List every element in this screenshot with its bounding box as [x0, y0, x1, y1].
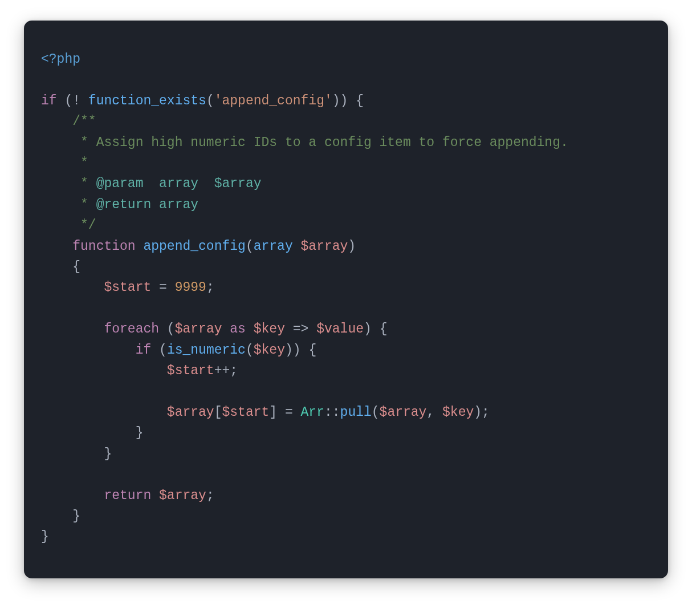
op-arrow: =>: [285, 322, 316, 337]
doc-star: *: [72, 156, 88, 171]
paren-open: (: [246, 239, 254, 254]
semi: ;: [206, 488, 214, 503]
paren-close: ): [474, 405, 482, 420]
brace-open: {: [308, 343, 316, 358]
semi: ;: [482, 405, 490, 420]
fn-append-config: append_config: [143, 239, 245, 254]
space: [159, 322, 167, 337]
fn-pull: pull: [340, 405, 372, 420]
space: [198, 176, 214, 191]
var-start: $start: [222, 405, 269, 420]
indent: [41, 488, 104, 503]
indent: [41, 260, 72, 274]
paren-open: (: [64, 94, 72, 108]
semi: ;: [206, 280, 214, 295]
doc-type-array: array: [159, 176, 198, 191]
paren-open: (: [206, 94, 214, 108]
doc-param-tag: @param: [96, 176, 144, 191]
doc-star: *: [72, 197, 88, 212]
var-key: $key: [442, 405, 474, 420]
brace-close: }: [104, 447, 112, 461]
paren-close: ): [285, 343, 293, 358]
indent: [41, 239, 72, 254]
paren-close: ): [293, 343, 301, 358]
space: [88, 197, 96, 212]
kw-if: if: [41, 94, 57, 108]
paren-close: ): [348, 239, 356, 254]
indent: [41, 135, 72, 150]
paren-open: (: [167, 322, 175, 337]
op-not: !: [72, 94, 88, 108]
indent: [41, 405, 167, 420]
doc-return-tag: @return: [96, 197, 152, 212]
paren-close: ): [364, 322, 372, 337]
brace-close: }: [72, 509, 80, 524]
indent: [41, 176, 72, 191]
op-eq: =: [277, 405, 300, 420]
op-eq: =: [151, 280, 174, 295]
kw-if: if: [136, 343, 152, 358]
semi: ;: [230, 363, 238, 378]
space: [151, 488, 159, 503]
var-array: $array: [301, 239, 348, 254]
indent: [41, 114, 72, 129]
paren-close: ): [332, 94, 340, 108]
brace-open: {: [72, 260, 80, 274]
brace-close: }: [41, 529, 49, 544]
indent: [41, 218, 72, 233]
var-value: $value: [316, 322, 364, 337]
paren-close: ): [340, 94, 348, 108]
indent: [41, 343, 136, 358]
space: [301, 343, 309, 358]
var-array: $array: [380, 405, 427, 420]
var-start: $start: [104, 280, 151, 295]
doc-close: */: [72, 218, 96, 233]
var-key: $key: [254, 343, 285, 358]
brace-open: {: [356, 94, 364, 108]
num-9999: 9999: [175, 280, 206, 295]
str-append-config: 'append_config': [214, 94, 332, 108]
doc-open: /**: [72, 114, 96, 129]
paren-open: (: [372, 405, 380, 420]
class-arr: Arr: [301, 405, 324, 420]
var-array: $array: [159, 488, 206, 503]
space: [151, 343, 159, 358]
paren-open: (: [246, 343, 254, 358]
var-array: $array: [167, 405, 214, 420]
indent: [41, 197, 72, 212]
doc-star: *: [72, 176, 88, 191]
indent: [41, 363, 167, 378]
space: [57, 94, 65, 108]
space: [222, 322, 230, 337]
op-pp: ++: [214, 363, 230, 378]
fn-is-numeric: is_numeric: [167, 343, 246, 358]
bracket-open: [: [214, 405, 222, 420]
indent: [41, 280, 104, 295]
indent: [41, 447, 104, 461]
bracket-close: ]: [269, 405, 277, 420]
space: [246, 322, 254, 337]
code-block: <?php if (! function_exists('append_conf…: [24, 21, 668, 578]
space: [151, 197, 159, 212]
brace-open: {: [380, 322, 388, 337]
indent: [41, 156, 72, 171]
doc-star: *: [72, 135, 88, 150]
indent: [41, 425, 136, 440]
paren-open: (: [159, 343, 167, 358]
kw-return: return: [104, 488, 151, 503]
fn-exists: function_exists: [88, 94, 206, 108]
space: [88, 176, 96, 191]
doc-var-array: $array: [214, 176, 262, 191]
doc-desc: Assign high numeric IDs to a config item…: [88, 135, 568, 150]
space: [136, 239, 144, 254]
var-array: $array: [175, 322, 222, 337]
kw-foreach: foreach: [104, 322, 159, 337]
var-start: $start: [167, 363, 214, 378]
space: [293, 239, 301, 254]
op-scope: ::: [324, 405, 340, 420]
space: [372, 322, 380, 337]
space: [348, 94, 356, 108]
php-open-tag: <?php: [41, 52, 80, 67]
doc-type-array: array: [159, 197, 198, 212]
type-array: array: [254, 239, 293, 254]
